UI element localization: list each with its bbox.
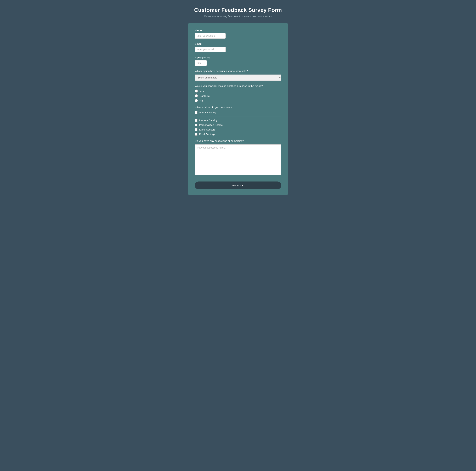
checkbox-pixel-earrings[interactable] — [195, 133, 198, 136]
submit-button[interactable]: ENVIAR — [195, 182, 281, 189]
checkbox-item-personalized-booklet[interactable]: Personalized Booklet — [195, 123, 281, 126]
checkbox-item-pixel-earrings[interactable]: Pixel Earrings — [195, 133, 281, 136]
email-input[interactable] — [195, 47, 226, 52]
page-header: Customer Feedback Survey Form Thank you … — [194, 7, 282, 17]
suggestions-textarea[interactable] — [195, 144, 281, 175]
email-field-group: Email — [195, 42, 281, 52]
purchase-question-label: Would you consider making another purcha… — [195, 84, 281, 87]
checkbox-item-in-store-catalog[interactable]: In-store Catalog — [195, 119, 281, 122]
role-select[interactable]: Select current role Student Professional… — [195, 75, 281, 81]
checkbox-personalized-booklet-label[interactable]: Personalized Booklet — [199, 123, 223, 126]
checkbox-item-virtual-catalog[interactable]: Virtual Catalog — [195, 111, 281, 114]
product-field-group: What product did you purchase? Virtual C… — [195, 106, 281, 136]
checkbox-in-store-catalog-label[interactable]: In-store Catalog — [199, 119, 218, 122]
suggestions-question-label: Do you have any sugestions or complains? — [195, 139, 281, 142]
radio-not-sure[interactable] — [195, 94, 198, 97]
page-subtitle: Thank you for taking time to help us to … — [194, 15, 282, 17]
suggestions-field-group: Do you have any sugestions or complains? — [195, 139, 281, 176]
product-question-label: What product did you purchase? — [195, 106, 281, 109]
role-question-label: Which option best describes your current… — [195, 69, 281, 72]
radio-item-no[interactable]: No — [195, 99, 281, 102]
checkbox-item-label-stickers[interactable]: Label Stickers — [195, 128, 281, 131]
age-field-group: Age (optional) — [195, 56, 281, 66]
checkbox-in-store-catalog[interactable] — [195, 119, 198, 122]
role-field-group: Which option best describes your current… — [195, 69, 281, 81]
checkbox-virtual-catalog[interactable] — [195, 111, 198, 114]
purchase-field-group: Would you consider making another purcha… — [195, 84, 281, 102]
page-title: Customer Feedback Survey Form — [194, 7, 282, 13]
form-card: Name Email Age (optional) Which option b… — [188, 23, 288, 195]
radio-no-label[interactable]: No — [200, 99, 203, 102]
name-label: Name — [195, 29, 281, 32]
divider-1 — [195, 116, 281, 117]
radio-not-sure-label[interactable]: Not Sure — [200, 94, 210, 97]
checkbox-label-stickers[interactable] — [195, 128, 198, 131]
age-optional-text: (optional) — [200, 56, 210, 59]
purchase-radio-group: Yes Not Sure No — [195, 89, 281, 102]
checkbox-pixel-earrings-label[interactable]: Pixel Earrings — [199, 133, 215, 136]
radio-item-not-sure[interactable]: Not Sure — [195, 94, 281, 97]
checkbox-virtual-catalog-label[interactable]: Virtual Catalog — [199, 111, 216, 114]
checkbox-label-stickers-label[interactable]: Label Stickers — [199, 128, 215, 131]
age-input[interactable] — [195, 60, 207, 66]
checkbox-personalized-booklet[interactable] — [195, 124, 198, 126]
product-checkbox-group: Virtual Catalog In-store Catalog Persona… — [195, 111, 281, 136]
radio-yes-label[interactable]: Yes — [200, 90, 204, 93]
age-label: Age (optional) — [195, 56, 281, 59]
radio-yes[interactable] — [195, 89, 198, 93]
name-field-group: Name — [195, 29, 281, 39]
radio-item-yes[interactable]: Yes — [195, 89, 281, 93]
name-input[interactable] — [195, 33, 226, 39]
email-label: Email — [195, 42, 281, 45]
radio-no[interactable] — [195, 99, 198, 102]
